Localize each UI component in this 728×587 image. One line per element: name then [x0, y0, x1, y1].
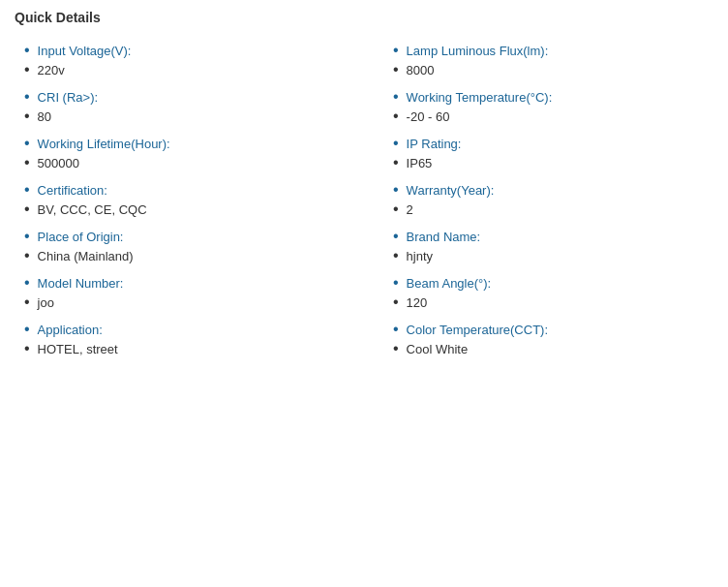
detail-value: BV, CCC, CE, CQC [15, 201, 345, 217]
detail-value: 500000 [15, 155, 345, 170]
detail-label: Application: [15, 322, 345, 337]
detail-label: Certification: [15, 182, 345, 198]
detail-label: Lamp Luminous Flux(lm): [383, 43, 713, 58]
detail-value: IP65 [383, 155, 713, 170]
left-column: Input Voltage(V):220vCRI (Ra>):80Working… [15, 37, 364, 362]
detail-label: Warranty(Year): [383, 182, 713, 198]
right-detail-group-0: Lamp Luminous Flux(lm):8000 [383, 37, 713, 83]
detail-label: Color Temperature(CCT): [383, 322, 713, 337]
detail-label: Brand Name: [383, 229, 713, 244]
detail-value: -20 - 60 [383, 108, 713, 124]
page-title: Quick Details [15, 10, 713, 25]
detail-value: 8000 [383, 62, 713, 77]
detail-value: HOTEL, street [15, 341, 345, 356]
detail-value: 120 [383, 294, 713, 310]
right-detail-group-6: Color Temperature(CCT):Cool White [383, 316, 713, 362]
detail-label: Place of Origin: [15, 229, 345, 244]
left-detail-group-3: Certification:BV, CCC, CE, CQC [15, 176, 345, 223]
detail-label: Model Number: [15, 275, 345, 291]
detail-label: Working Lifetime(Hour): [15, 136, 345, 151]
detail-value: China (Mainland) [15, 248, 345, 263]
right-column: Lamp Luminous Flux(lm):8000Working Tempe… [364, 37, 713, 362]
right-detail-group-2: IP Rating:IP65 [383, 130, 713, 176]
right-detail-group-3: Warranty(Year):2 [383, 176, 713, 223]
detail-value: 2 [383, 201, 713, 217]
detail-label: Working Temperature(°C): [383, 89, 713, 105]
left-detail-group-4: Place of Origin:China (Mainland) [15, 223, 345, 269]
left-detail-group-1: CRI (Ra>):80 [15, 83, 345, 130]
detail-value: joo [15, 294, 345, 310]
right-detail-group-4: Brand Name:hjnty [383, 223, 713, 269]
right-detail-group-1: Working Temperature(°C):-20 - 60 [383, 83, 713, 130]
left-detail-group-2: Working Lifetime(Hour):500000 [15, 130, 345, 176]
detail-value: 80 [15, 108, 345, 124]
detail-value: 220v [15, 62, 345, 77]
left-detail-group-0: Input Voltage(V):220v [15, 37, 345, 83]
detail-value: hjnty [383, 248, 713, 263]
details-grid: Input Voltage(V):220vCRI (Ra>):80Working… [15, 37, 713, 362]
detail-label: IP Rating: [383, 136, 713, 151]
detail-label: CRI (Ra>): [15, 89, 345, 105]
detail-value: Cool White [383, 341, 713, 356]
detail-label: Input Voltage(V): [15, 43, 345, 58]
right-detail-group-5: Beam Angle(°):120 [383, 269, 713, 316]
detail-label: Beam Angle(°): [383, 275, 713, 291]
left-detail-group-5: Model Number:joo [15, 269, 345, 316]
left-detail-group-6: Application:HOTEL, street [15, 316, 345, 362]
